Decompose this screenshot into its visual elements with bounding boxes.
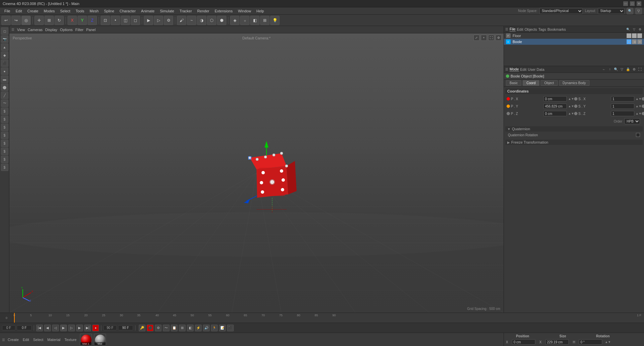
- px-input[interactable]: [543, 96, 567, 102]
- om-row-floor[interactable]: F Floor ● ◑ ⊕: [504, 33, 644, 39]
- om-tab-edit[interactable]: Edit: [517, 27, 523, 31]
- autokey-button[interactable]: ⚫: [147, 325, 153, 331]
- am-menu-icon[interactable]: ☰: [505, 67, 508, 71]
- sx-spinner[interactable]: ▲▼: [636, 97, 642, 101]
- tool-xpresso[interactable]: $: [1, 164, 8, 171]
- sz-input[interactable]: [611, 111, 634, 116]
- viewport-menu-view[interactable]: View: [17, 28, 25, 32]
- smooth-button[interactable]: ~: [187, 16, 196, 25]
- quat-rotation-checkbox[interactable]: [636, 133, 640, 137]
- menu-character[interactable]: Character: [117, 8, 138, 14]
- node-space-select[interactable]: Standard/Physical: [539, 8, 583, 14]
- sz-spinner[interactable]: ▲▼: [636, 112, 642, 115]
- z-axis-button[interactable]: Z: [88, 16, 97, 25]
- live-select-button[interactable]: ◎: [21, 16, 31, 25]
- render-button[interactable]: ▷: [154, 16, 163, 25]
- play-button[interactable]: ▶: [60, 325, 67, 331]
- viewport-menu-icon[interactable]: ☰: [11, 28, 14, 31]
- tool-sphere[interactable]: ●: [1, 67, 8, 75]
- rot-h-spinner[interactable]: ▲▼: [605, 340, 611, 344]
- menu-edit[interactable]: Edit: [13, 8, 24, 14]
- menu-animate[interactable]: Animate: [139, 8, 157, 14]
- paint-button[interactable]: 🖌: [177, 16, 186, 25]
- move-button[interactable]: ✛: [34, 16, 44, 25]
- viewport-canvas[interactable]: Perspective Default Camera:* ⤢ + ⛶ ⚙ X Y…: [9, 33, 504, 313]
- am-tab-object[interactable]: Object: [541, 80, 558, 86]
- tool-plane[interactable]: ▬: [1, 75, 8, 83]
- sy-spinner[interactable]: ▲▼: [636, 105, 642, 108]
- end-frame-input[interactable]: [118, 325, 133, 330]
- tool-line[interactable]: ╱: [1, 92, 8, 99]
- vp-fullscreen-button[interactable]: ⛶: [488, 35, 494, 41]
- timeline[interactable]: 0 0 5 10 15 20 25 30 35 40 45 50 55 60 6…: [0, 313, 644, 323]
- mat-menu-select[interactable]: Select: [32, 338, 45, 342]
- pz-radio[interactable]: [507, 112, 510, 115]
- search-icon[interactable]: 🔍: [627, 8, 633, 14]
- floor-motion-btn[interactable]: ⊕: [637, 33, 642, 38]
- om-menu-icon[interactable]: ☰: [505, 27, 508, 31]
- om-search-button[interactable]: 🔍: [625, 27, 631, 32]
- am-tab-coord[interactable]: Coord: [523, 80, 539, 86]
- am-lock-button[interactable]: 🔒: [625, 67, 631, 72]
- record-button[interactable]: ●: [92, 325, 99, 331]
- tool-mirror[interactable]: $: [1, 124, 8, 131]
- frame-input[interactable]: [17, 325, 32, 330]
- menu-modes[interactable]: Modes: [41, 8, 57, 14]
- menu-simulate[interactable]: Simulate: [157, 8, 177, 14]
- mat-menu-material[interactable]: Material: [46, 338, 62, 342]
- close-button[interactable]: ✕: [637, 1, 641, 6]
- notes-button[interactable]: 📝: [219, 325, 226, 331]
- fcurve-button[interactable]: 〜: [163, 325, 170, 331]
- vp-move-button[interactable]: ⤢: [473, 35, 479, 41]
- tool-cube[interactable]: ⬛: [1, 59, 8, 67]
- next-keyframe-button[interactable]: ▷: [68, 325, 75, 331]
- timeline-playhead[interactable]: [14, 313, 15, 323]
- py-input[interactable]: [543, 104, 567, 109]
- timeline-button[interactable]: 📋: [171, 325, 178, 331]
- menu-tools[interactable]: Tools: [73, 8, 87, 14]
- menu-select[interactable]: Select: [58, 8, 73, 14]
- material-preview-gray[interactable]: Mat: [94, 334, 106, 346]
- menu-help[interactable]: Help: [254, 8, 266, 14]
- py-radio[interactable]: [507, 105, 510, 108]
- tool-scene[interactable]: $: [1, 156, 8, 163]
- layersolid-button[interactable]: ◧: [187, 325, 194, 331]
- material-preview-red[interactable]: Mat-1: [80, 334, 92, 346]
- om-tab-file[interactable]: File: [510, 27, 516, 32]
- order-select[interactable]: HPB PHB BPH: [624, 118, 640, 124]
- am-up-button[interactable]: ↑: [607, 67, 613, 72]
- coordinates-section[interactable]: Coordinates: [505, 88, 643, 94]
- tool-object[interactable]: ◆: [1, 51, 8, 59]
- rh-radio[interactable]: [642, 97, 644, 101]
- quaternion-header[interactable]: ▼ Quaternion: [505, 126, 643, 132]
- floor-render-btn[interactable]: ◑: [632, 33, 637, 38]
- redo-button[interactable]: ↪: [11, 16, 21, 25]
- pz-input[interactable]: [543, 111, 567, 116]
- dice-3d-object[interactable]: [230, 129, 303, 217]
- motion-button[interactable]: 🏃: [211, 325, 218, 331]
- size-x-input[interactable]: [545, 339, 569, 345]
- clamp-button[interactable]: ⊞: [179, 325, 186, 331]
- sz-radio[interactable]: [574, 112, 577, 115]
- viewport-menu-filter[interactable]: Filter: [75, 28, 83, 32]
- coord-system-button[interactable]: ⊡: [101, 16, 110, 25]
- tool-sketch[interactable]: $: [1, 132, 8, 139]
- viewport[interactable]: ☰ View Cameras Display Options Filter Pa…: [9, 26, 504, 313]
- tool-hair[interactable]: $: [1, 148, 8, 155]
- subdivide-button[interactable]: ⊞: [260, 16, 270, 25]
- am-tab-userdata[interactable]: User Data: [528, 67, 545, 71]
- sy-radio[interactable]: [574, 105, 577, 108]
- prev-keyframe-button[interactable]: ◁: [52, 325, 59, 331]
- om-tab-tags[interactable]: Tags: [538, 27, 546, 31]
- minimize-button[interactable]: —: [623, 1, 628, 6]
- mirror-button[interactable]: ⬢: [217, 16, 226, 25]
- boole-motion-btn[interactable]: ⊕: [637, 39, 642, 44]
- pos-x-input[interactable]: [512, 339, 535, 345]
- tool-camera[interactable]: 📷: [1, 35, 8, 43]
- tool-spline[interactable]: 〜: [1, 100, 8, 107]
- tool-paint[interactable]: $: [1, 108, 8, 115]
- am-config-button[interactable]: ⚙: [631, 67, 637, 72]
- am-back-button[interactable]: ←: [601, 67, 607, 72]
- motion-system-button[interactable]: ⚙: [155, 325, 162, 331]
- y-axis-button[interactable]: Y: [78, 16, 87, 25]
